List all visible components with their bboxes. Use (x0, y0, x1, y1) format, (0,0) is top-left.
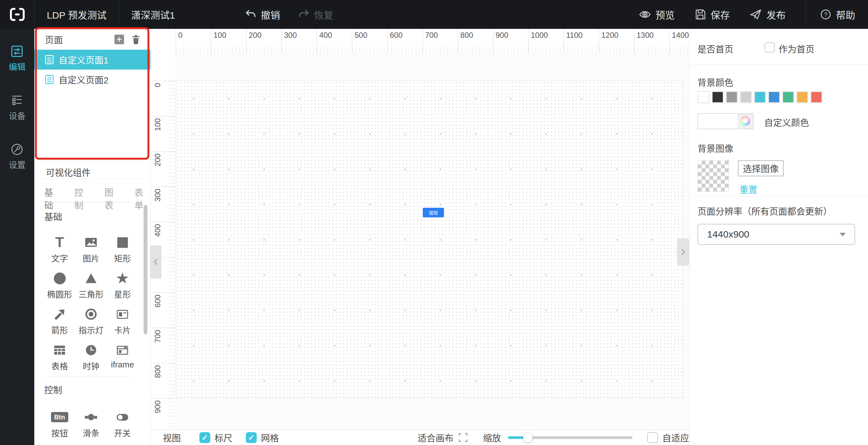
custom-color-input[interactable] (698, 113, 753, 129)
page-list-item[interactable]: 自定义页面1 (34, 50, 150, 69)
save-icon (694, 9, 706, 20)
component-item-indicator[interactable]: 指示灯 (75, 302, 107, 338)
add-page-button[interactable] (115, 35, 124, 44)
save-button[interactable]: 保存 (694, 7, 730, 22)
color-swatch[interactable] (796, 91, 808, 103)
ruler-checkbox[interactable]: ✓ (199, 432, 210, 443)
tab-control[interactable]: 控制 (74, 186, 90, 211)
publish-button[interactable]: 发布 (750, 7, 786, 22)
component-item-clock[interactable]: 时钟 (75, 338, 107, 374)
canvas-viewport[interactable]: 按钮 (175, 54, 689, 429)
ruler-tick-label: 0 (178, 31, 182, 40)
product-name[interactable]: LDP 预发测试 (35, 0, 119, 29)
component-item-table[interactable]: 表格 (44, 338, 75, 374)
zoom-slider-thumb[interactable] (523, 433, 533, 442)
adaptive-checkbox[interactable] (647, 432, 658, 443)
help-icon: ? (820, 9, 832, 20)
component-item-switch[interactable]: 开关 (107, 405, 138, 441)
grid-checkbox[interactable]: ✓ (246, 432, 257, 443)
canvas-page-grid[interactable]: 按钮 (176, 81, 683, 398)
help-label: 帮助 (836, 7, 855, 22)
ruler-tick-label: 900 (153, 400, 162, 413)
zoom-slider[interactable] (508, 436, 632, 439)
color-swatch[interactable] (698, 91, 710, 103)
panel-scrollbar[interactable] (144, 205, 148, 334)
undo-button[interactable]: 撤销 (245, 7, 280, 22)
component-item-iframe[interactable]: iframe (107, 338, 138, 374)
ruler-cell: 200 (246, 29, 281, 53)
tab-form[interactable]: 表单 (134, 186, 150, 211)
plus-icon (116, 36, 122, 42)
clock-icon (85, 342, 97, 358)
star-icon: ★ (115, 270, 129, 287)
tab-chart[interactable]: 图表 (104, 186, 121, 211)
component-item-rect[interactable]: 矩形 (107, 230, 138, 266)
current-page-tab[interactable]: 潇深测试1 (119, 0, 187, 29)
app-logo[interactable] (0, 0, 34, 29)
vertical-ruler: 0100200300400500600700800900 (151, 54, 175, 429)
bg-color-swatches (698, 91, 823, 103)
ruler-tick-label: 600 (390, 31, 403, 40)
choose-image-button[interactable]: 选择图像 (738, 160, 784, 176)
ruler-tick-label: 700 (425, 31, 438, 40)
color-picker-button[interactable] (738, 114, 753, 128)
edit-panel-icon (10, 45, 23, 58)
ruler-tick-label: 800 (153, 365, 162, 378)
sidebar-item-edit[interactable]: 编辑 (9, 45, 25, 72)
ruler-cell: 800 (151, 363, 175, 398)
preview-button[interactable]: 预览 (639, 7, 675, 22)
iframe-icon (116, 342, 129, 358)
help-button[interactable]: ? 帮助 (820, 7, 855, 22)
slider-icon (84, 409, 98, 425)
resolution-value: 1440x900 (707, 229, 749, 240)
color-swatch[interactable] (754, 91, 766, 103)
bg-image-label: 背景图像 (698, 142, 733, 154)
tab-basic[interactable]: 基础 (44, 186, 60, 211)
collapse-right-panel-handle[interactable] (677, 239, 689, 265)
color-swatch[interactable] (726, 91, 738, 103)
component-item-slider[interactable]: 滑条 (75, 405, 107, 441)
component-item-triangle[interactable]: 三角形 (75, 266, 107, 302)
sidebar-item-device[interactable]: 设备 (9, 94, 25, 121)
ruler-cell: 1000 (528, 29, 563, 53)
component-item-ellipse[interactable]: 椭圆形 (44, 266, 75, 302)
component-item-button[interactable]: Btn 按钮 (44, 405, 75, 441)
component-item-image[interactable]: 图片 (75, 230, 107, 266)
ruler-tick-label: 1000 (531, 31, 548, 40)
component-item-star[interactable]: ★ 星形 (107, 266, 138, 302)
color-swatch[interactable] (768, 91, 780, 103)
page-list-item[interactable]: 自定义页面2 (34, 69, 150, 89)
collapse-left-panel-handle[interactable] (150, 245, 161, 278)
ruler-tick-label: 200 (153, 154, 162, 167)
homepage-checkbox[interactable] (765, 42, 775, 53)
component-item-card[interactable]: 卡片 (107, 302, 138, 338)
component-tabs: 基础 控制 图表 表单 (44, 186, 150, 211)
ruler-cell: 600 (151, 292, 175, 328)
button-badge-icon: Btn (51, 409, 68, 425)
top-bar: LDP 预发测试 潇深测试1 撤销 恢复 (0, 0, 868, 29)
sidebar-item-settings[interactable]: 设置 (9, 143, 25, 170)
resolution-dropdown[interactable]: 1440x900 (698, 224, 855, 245)
reset-bg-image-link[interactable]: 重置 (740, 183, 757, 196)
arrow-icon (53, 306, 66, 323)
component-item-text[interactable]: T 文字 (44, 230, 75, 266)
component-item-arrow[interactable]: 箭形 (44, 302, 75, 338)
ruler-tick-label: 500 (354, 31, 367, 40)
color-swatch[interactable] (740, 91, 752, 103)
color-swatch[interactable] (782, 91, 794, 103)
fit-canvas-button[interactable] (458, 432, 469, 443)
redo-button[interactable]: 恢复 (298, 7, 333, 22)
color-swatch[interactable] (712, 91, 724, 103)
color-swatch[interactable] (810, 91, 823, 103)
undo-label: 撤销 (261, 7, 280, 22)
table-icon (53, 342, 66, 358)
homepage-label: 是否首页 (698, 42, 733, 55)
zoom-label: 缩放 (483, 431, 501, 444)
ruler-cell: 900 (493, 29, 528, 53)
canvas-button-widget[interactable]: 按钮 (423, 208, 444, 217)
page-item-label: 自定义页面2 (59, 73, 108, 86)
ruler-cell: 1100 (563, 29, 599, 53)
check-icon: ✓ (202, 433, 208, 442)
ruler-cell: 1400 (669, 29, 689, 53)
delete-page-button[interactable] (131, 34, 141, 44)
